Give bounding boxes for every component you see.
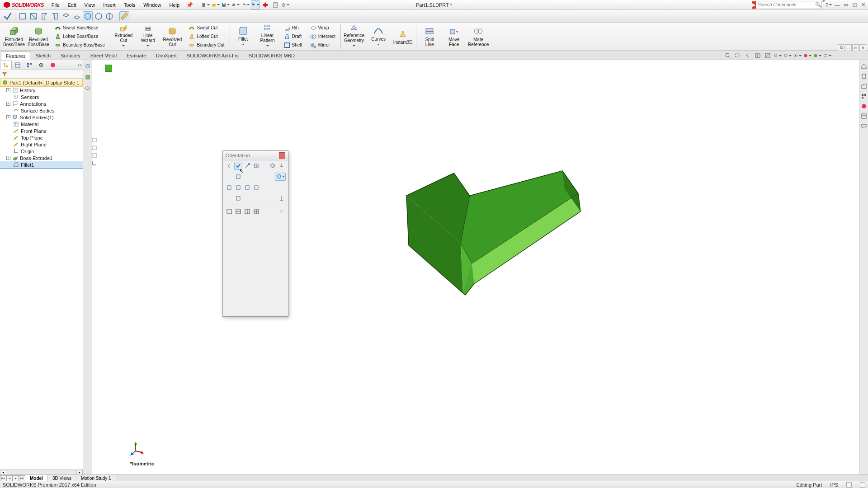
status-icon-1[interactable] xyxy=(846,482,852,488)
graphics-area[interactable]: *Isometric Orientation xyxy=(92,60,868,475)
fm-tab-tree[interactable] xyxy=(0,61,12,70)
file-properties-button[interactable] xyxy=(271,0,280,9)
tree-item-material-not-specified-[interactable]: Material xyxy=(0,121,83,127)
tab-dimxpert[interactable]: DimXpert xyxy=(151,51,182,60)
orient-pushpin-icon[interactable] xyxy=(278,162,286,170)
fillet-button[interactable]: Fillet xyxy=(231,23,255,50)
tp-appearances-icon[interactable] xyxy=(859,102,868,111)
open-button[interactable] xyxy=(211,0,220,9)
expand-icon[interactable]: + xyxy=(6,102,10,106)
swept-boss-button[interactable]: Swept Boss/Base xyxy=(52,24,107,32)
panel-close-icon[interactable]: ✕ xyxy=(859,44,866,51)
tree-item-front-plane[interactable]: Front Plane xyxy=(0,127,83,134)
menu-view[interactable]: View xyxy=(80,0,99,10)
tree-item-sensors[interactable]: Sensors xyxy=(0,94,83,100)
orient-new-view-icon[interactable] xyxy=(243,162,251,170)
undo-button[interactable] xyxy=(241,0,250,9)
shell-button[interactable]: Shell xyxy=(282,41,304,49)
lofted-cut-button[interactable]: Lofted Cut xyxy=(186,33,226,41)
panel-link-icon[interactable]: ⧉ xyxy=(838,44,844,51)
reference-geometry-button[interactable]: ReferenceGeometry xyxy=(342,23,366,50)
tree-item-solid-bodies-1-[interactable]: +Solid Bodies(1) xyxy=(0,114,83,121)
mirror-button[interactable]: Mirror xyxy=(308,41,338,49)
orient-update-std-icon[interactable] xyxy=(234,162,242,170)
tp-view-palette-icon[interactable] xyxy=(859,92,868,101)
orient-four-view-icon[interactable] xyxy=(252,207,260,216)
mate-reference-button[interactable]: MateReference xyxy=(466,23,491,50)
orient-iso-dropdown-icon[interactable] xyxy=(275,173,286,181)
zoom-area-icon[interactable] xyxy=(733,51,742,60)
rebuild-button[interactable] xyxy=(261,0,270,9)
revolved-cut-button[interactable]: RevolvedCut xyxy=(160,23,184,50)
apply-scene-icon[interactable] xyxy=(813,51,822,60)
tab-addins[interactable]: SOLIDWORKS Add-Ins xyxy=(182,51,244,60)
flyout-bodies-icon[interactable] xyxy=(83,73,92,82)
extruded-cut-button[interactable]: ExtrudedCut xyxy=(111,23,136,50)
tp-custom-props-icon[interactable] xyxy=(859,112,868,121)
orientation-dialog[interactable]: Orientation xyxy=(222,150,288,317)
tree-root[interactable]: Part1 (Default<_Display State 1 xyxy=(0,79,83,87)
minimize-button[interactable]: — xyxy=(833,1,841,9)
move-face-button[interactable]: MoveFace xyxy=(442,23,466,50)
fm-tab-display[interactable] xyxy=(47,61,59,70)
restore-button[interactable]: ▭ xyxy=(842,1,850,9)
wrap-button[interactable]: Wrap xyxy=(308,24,338,32)
tp-home-icon[interactable] xyxy=(859,62,868,71)
hole-wizard-button[interactable]: HoleWizard xyxy=(136,23,160,50)
swept-cut-button[interactable]: Swept Cut xyxy=(186,24,226,32)
view-top-icon[interactable] xyxy=(61,11,71,21)
model-checkmark[interactable] xyxy=(400,169,590,300)
split-line-button[interactable]: SplitLine xyxy=(417,23,442,50)
tp-design-lib-icon[interactable] xyxy=(859,72,868,81)
draft-button[interactable]: Draft xyxy=(282,33,304,41)
view-bottom-icon[interactable] xyxy=(72,11,82,21)
panel-min-icon[interactable]: — xyxy=(845,44,852,51)
instant3d-button[interactable]: Instant3D xyxy=(391,23,415,50)
orient-left-icon[interactable] xyxy=(225,183,233,192)
orient-link-views-icon[interactable] xyxy=(278,207,286,216)
search-provider-icon[interactable]: ▶ xyxy=(752,1,756,9)
search-input[interactable] xyxy=(756,2,815,7)
menu-window[interactable]: Window xyxy=(139,0,165,10)
orient-single-view-icon[interactable] xyxy=(225,207,233,216)
orient-normal-to-icon[interactable] xyxy=(278,194,286,202)
view-right-icon[interactable] xyxy=(50,11,60,21)
new-document-button[interactable] xyxy=(201,0,210,9)
feature-tree[interactable]: Part1 (Default<_Display State 1 +History… xyxy=(0,78,83,469)
measure-tool-icon[interactable] xyxy=(119,11,129,21)
curves-button[interactable]: Curves xyxy=(366,23,391,50)
tree-item-annotations[interactable]: +Annotations xyxy=(0,100,83,107)
tree-item-boss-extrude1[interactable]: +Boss-Extrude1 xyxy=(0,155,83,161)
search-icon[interactable]: 🔍 xyxy=(815,2,823,8)
panel-max-icon[interactable]: ▭ xyxy=(852,44,859,51)
tp-forum-icon[interactable] xyxy=(859,122,868,131)
orient-prev-view-icon[interactable] xyxy=(225,162,233,170)
search-commands[interactable]: ▶ 🔍 xyxy=(752,1,822,9)
section-view-icon[interactable] xyxy=(753,51,762,60)
expand-icon[interactable]: + xyxy=(6,88,10,92)
print-button[interactable] xyxy=(231,0,240,9)
view-settings-icon[interactable] xyxy=(823,51,832,60)
fm-nav-back-icon[interactable]: ‹ xyxy=(78,62,80,68)
tree-item-origin[interactable]: Origin xyxy=(0,148,83,155)
linear-pattern-button[interactable]: LinearPattern xyxy=(255,23,280,50)
expand-icon[interactable]: + xyxy=(6,156,10,160)
fm-tab-dimxpert[interactable] xyxy=(35,61,47,70)
view-orientation-icon[interactable] xyxy=(773,51,782,60)
display-style-icon[interactable] xyxy=(783,51,792,60)
tab-mbd[interactable]: SOLIDWORKS MBD xyxy=(244,51,300,60)
save-button[interactable] xyxy=(221,0,230,9)
tp-file-explorer-icon[interactable] xyxy=(859,82,868,91)
revolved-boss-button[interactable]: RevolvedBoss/Base xyxy=(26,23,51,50)
view-back-icon[interactable] xyxy=(28,11,38,21)
tree-item-history[interactable]: +History xyxy=(0,87,83,94)
orient-right-icon[interactable] xyxy=(243,183,251,192)
filter-funnel-icon[interactable] xyxy=(2,71,7,77)
flyout-tree-icon[interactable] xyxy=(83,62,92,71)
view-dimetric-icon[interactable] xyxy=(104,11,114,21)
pin-menu-icon[interactable]: 📌 xyxy=(186,2,193,8)
rib-button[interactable]: Rib xyxy=(282,24,304,32)
edit-appearance-icon[interactable] xyxy=(803,51,812,60)
orient-view-selector-icon[interactable] xyxy=(252,162,260,170)
orient-two-vert-icon[interactable] xyxy=(243,207,251,216)
